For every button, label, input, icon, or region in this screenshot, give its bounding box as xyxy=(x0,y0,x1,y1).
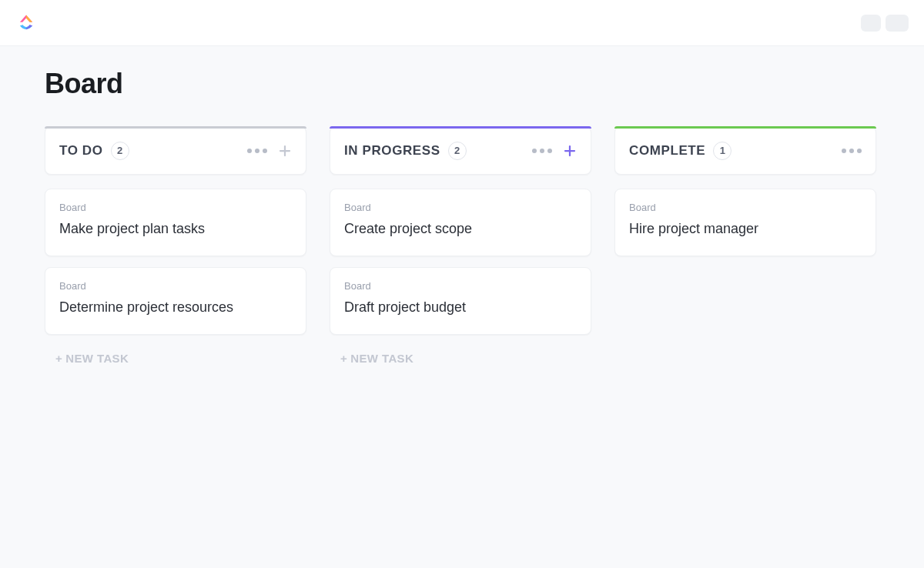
page-content: Board TO DO2BoardMake project plan tasks… xyxy=(0,46,924,389)
add-task-icon[interactable] xyxy=(278,144,292,158)
column-header-actions xyxy=(247,144,292,158)
card-breadcrumb: Board xyxy=(344,202,577,213)
column-header-todo[interactable]: TO DO2 xyxy=(45,126,306,175)
card-list: BoardMake project plan tasksBoardDetermi… xyxy=(45,189,306,335)
task-card[interactable]: BoardMake project plan tasks xyxy=(45,189,306,256)
column-count-badge: 2 xyxy=(111,142,129,160)
card-title: Make project plan tasks xyxy=(59,219,292,239)
column-header-inprogress[interactable]: IN PROGRESS2 xyxy=(330,126,591,175)
card-title: Create project scope xyxy=(344,219,577,239)
column-count-badge: 1 xyxy=(713,142,732,160)
card-title: Hire project manager xyxy=(629,219,862,239)
task-card[interactable]: BoardCreate project scope xyxy=(330,189,591,256)
plus-icon: + xyxy=(340,352,347,365)
column-header-complete[interactable]: COMPLETE1 xyxy=(614,126,876,175)
clickup-logo-icon xyxy=(15,12,37,34)
plus-icon: + xyxy=(55,352,62,365)
card-breadcrumb: Board xyxy=(344,280,577,292)
column-complete: COMPLETE1BoardHire project manager xyxy=(614,126,876,368)
card-title: Determine project resources xyxy=(59,298,292,317)
column-title: COMPLETE xyxy=(629,143,705,159)
new-task-button[interactable]: +NEW TASK xyxy=(330,349,591,368)
new-task-label: NEW TASK xyxy=(350,352,413,365)
card-breadcrumb: Board xyxy=(59,280,292,292)
new-task-label: NEW TASK xyxy=(65,352,129,365)
topbar-right xyxy=(861,15,909,32)
card-title: Draft project budget xyxy=(344,298,577,317)
more-options-icon[interactable] xyxy=(532,149,552,153)
card-breadcrumb: Board xyxy=(59,202,292,213)
app-logo xyxy=(15,12,37,34)
new-task-button[interactable]: +NEW TASK xyxy=(45,349,306,368)
topbar-placeholder-a xyxy=(861,15,881,32)
board-columns: TO DO2BoardMake project plan tasksBoardD… xyxy=(45,126,879,368)
task-card[interactable]: BoardHire project manager xyxy=(614,189,876,256)
add-task-icon[interactable] xyxy=(563,144,577,158)
column-title: IN PROGRESS xyxy=(344,143,440,159)
column-title: TO DO xyxy=(59,143,103,159)
card-list: BoardHire project manager xyxy=(614,189,876,256)
topbar xyxy=(0,0,924,46)
task-card[interactable]: BoardDetermine project resources xyxy=(45,267,306,335)
card-breadcrumb: Board xyxy=(629,202,862,213)
card-list: BoardCreate project scopeBoardDraft proj… xyxy=(330,189,591,335)
more-options-icon[interactable] xyxy=(247,149,267,153)
column-todo: TO DO2BoardMake project plan tasksBoardD… xyxy=(45,126,306,368)
column-header-actions xyxy=(532,144,577,158)
column-header-actions xyxy=(842,149,862,153)
topbar-placeholder-b xyxy=(886,15,909,32)
more-options-icon[interactable] xyxy=(842,149,862,153)
page-title: Board xyxy=(45,68,879,100)
column-count-badge: 2 xyxy=(448,142,467,160)
task-card[interactable]: BoardDraft project budget xyxy=(330,267,591,335)
column-inprogress: IN PROGRESS2BoardCreate project scopeBoa… xyxy=(330,126,591,368)
